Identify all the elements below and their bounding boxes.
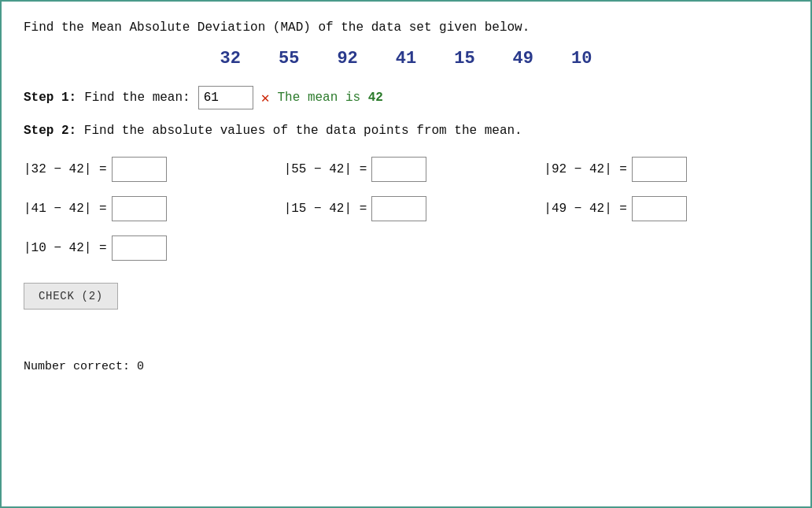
abs-input-92[interactable] <box>632 157 687 182</box>
abs-expr-49: |49 − 42| = <box>544 202 627 216</box>
mean-feedback-prefix: The mean is <box>277 91 367 105</box>
x-mark-icon: ✕ <box>261 89 270 106</box>
abs-item-15: |15 − 42| = <box>284 196 529 221</box>
abs-input-15[interactable] <box>371 196 426 221</box>
data-number-41: 41 <box>396 49 416 69</box>
step2-row: Step 2: Find the absolute values of the … <box>24 124 788 138</box>
abs-expr-55: |55 − 42| = <box>284 162 367 176</box>
abs-input-10[interactable] <box>112 235 167 261</box>
abs-expr-15: |15 − 42| = <box>284 202 367 216</box>
abs-item-55: |55 − 42| = <box>284 157 529 182</box>
mean-input[interactable] <box>198 86 253 109</box>
abs-expr-41: |41 − 42| = <box>24 202 107 216</box>
abs-item-49: |49 − 42| = <box>544 196 788 221</box>
mean-feedback: The mean is 42 <box>277 91 382 105</box>
data-numbers-row: 32 55 92 41 15 49 10 <box>24 49 788 69</box>
data-number-92: 92 <box>337 49 357 69</box>
step1-label: Step 1: <box>24 91 76 105</box>
step2-text: Find the absolute values of the data poi… <box>84 124 522 138</box>
step2-label: Step 2: <box>24 124 76 138</box>
abs-expr-32: |32 − 42| = <box>24 162 107 176</box>
abs-expr-10: |10 − 42| = <box>24 241 107 255</box>
data-number-15: 15 <box>454 49 474 69</box>
abs-input-32[interactable] <box>112 157 167 182</box>
number-correct-label: Number correct: 0 <box>24 360 788 373</box>
abs-item-92: |92 − 42| = <box>544 157 788 182</box>
abs-values-grid: |32 − 42| = |55 − 42| = |92 − 42| = |41 … <box>24 157 788 261</box>
abs-expr-92: |92 − 42| = <box>544 162 627 176</box>
data-number-49: 49 <box>513 49 533 69</box>
abs-item-32: |32 − 42| = <box>24 157 268 182</box>
step1-text: Find the mean: <box>84 91 190 105</box>
data-number-10: 10 <box>571 49 592 69</box>
data-number-55: 55 <box>279 49 299 69</box>
abs-item-10: |10 − 42| = <box>24 235 268 261</box>
page-container: Find the Mean Absolute Deviation (MAD) o… <box>0 0 812 508</box>
instructions-text: Find the Mean Absolute Deviation (MAD) o… <box>24 20 788 35</box>
check-button[interactable]: CHECK (2) <box>24 283 118 310</box>
abs-input-55[interactable] <box>371 157 426 182</box>
data-number-32: 32 <box>220 49 241 69</box>
mean-feedback-value: 42 <box>368 91 383 105</box>
abs-input-41[interactable] <box>112 196 167 221</box>
abs-item-41: |41 − 42| = <box>24 196 268 221</box>
abs-input-49[interactable] <box>632 196 687 221</box>
step1-row: Step 1: Find the mean: ✕ The mean is 42 <box>24 86 788 109</box>
